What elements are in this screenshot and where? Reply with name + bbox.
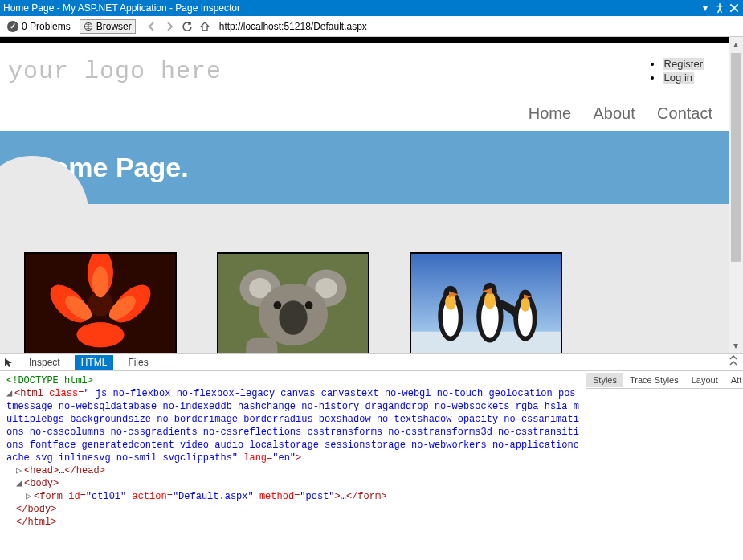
inspector-body: <!DOCTYPE html> ◢<html class=" js no-fle…: [0, 371, 743, 560]
logo-placeholder: your logo here: [8, 58, 729, 85]
expand-icon[interactable]: ▷: [16, 464, 24, 477]
login-link[interactable]: Log in: [663, 72, 694, 84]
home-icon[interactable]: [198, 20, 211, 33]
collapse-icon[interactable]: ◢: [6, 387, 14, 400]
address-bar[interactable]: [216, 19, 740, 34]
svg-point-37: [484, 292, 496, 309]
svg-point-41: [521, 297, 530, 311]
register-link[interactable]: Register: [663, 58, 704, 70]
pin-icon[interactable]: [714, 2, 725, 14]
svg-point-9: [77, 322, 125, 347]
attributes-tab[interactable]: Att: [725, 373, 743, 387]
problems-label: 0 Problems: [22, 21, 71, 32]
scroll-down-icon[interactable]: ▾: [729, 338, 743, 353]
files-tab[interactable]: Files: [121, 355, 154, 370]
refresh-icon[interactable]: [181, 20, 194, 33]
forward-icon[interactable]: [163, 20, 176, 33]
scrollbar-thumb[interactable]: [731, 53, 741, 262]
flower-image: [24, 252, 177, 353]
main-nav: Home About Contact: [8, 104, 729, 123]
collapse-icon[interactable]: ◢: [16, 477, 24, 490]
vertical-scrollbar[interactable]: ▴ ▾: [729, 37, 743, 353]
image-gallery: [0, 204, 729, 353]
side-tabs: Styles Trace Styles Layout Att: [586, 371, 743, 389]
back-icon[interactable]: [145, 20, 158, 33]
svg-rect-27: [246, 338, 277, 353]
styles-tab[interactable]: Styles: [586, 373, 623, 387]
svg-point-26: [305, 301, 313, 309]
dropdown-icon[interactable]: ▾: [700, 2, 711, 14]
nav-icons: [145, 20, 211, 33]
list-item: Log in: [663, 72, 704, 84]
nav-home[interactable]: Home: [529, 104, 571, 123]
svg-point-25: [274, 301, 282, 309]
account-links: Register Log in: [663, 58, 704, 85]
svg-point-14: [92, 267, 108, 298]
inspect-tab[interactable]: Inspect: [22, 355, 67, 370]
nav-about[interactable]: About: [593, 104, 635, 123]
window-titlebar: Home Page - My ASP.NET Application - Pag…: [0, 0, 743, 16]
list-item: Register: [663, 58, 704, 70]
globe-icon: [84, 22, 93, 31]
koala-image: [217, 252, 369, 353]
styles-pane: Styles Trace Styles Layout Att: [586, 371, 743, 560]
banner-title: Home Page.: [32, 152, 729, 183]
page-banner: Home Page.: [0, 131, 729, 204]
nav-contact[interactable]: Contact: [657, 104, 712, 123]
page-viewport: your logo here Register Log in Home Abou…: [0, 37, 729, 353]
svg-point-24: [279, 300, 307, 335]
window-title: Home Page - My ASP.NET Application - Pag…: [3, 2, 696, 14]
layout-tab[interactable]: Layout: [685, 373, 725, 387]
page-top-strip: [0, 37, 729, 43]
inspect-pointer-icon[interactable]: [3, 357, 14, 368]
code-doctype: <!DOCTYPE html>: [6, 375, 93, 386]
penguins-image: [410, 252, 562, 353]
close-icon[interactable]: [729, 2, 740, 14]
expand-icon[interactable]: ▷: [26, 490, 34, 503]
problems-indicator[interactable]: ✓ 0 Problems: [3, 19, 75, 34]
viewport-wrap: your logo here Register Log in Home Abou…: [0, 37, 743, 354]
html-tab[interactable]: HTML: [75, 355, 114, 370]
scroll-up-icon[interactable]: ▴: [729, 37, 743, 51]
inspector-panel: Inspect HTML Files <!DOCTYPE html> ◢<htm…: [0, 354, 743, 560]
browser-button[interactable]: Browser: [80, 19, 136, 34]
toolbar: ✓ 0 Problems Browser: [0, 16, 743, 37]
chevrons-icon[interactable]: [729, 355, 738, 369]
browser-label: Browser: [96, 21, 132, 32]
html-source-pane[interactable]: <!DOCTYPE html> ◢<html class=" js no-fle…: [0, 371, 586, 560]
inspector-tabs: Inspect HTML Files: [0, 354, 743, 371]
check-icon: ✓: [7, 21, 18, 32]
page-header: your logo here Register Log in Home Abou…: [0, 43, 729, 131]
trace-styles-tab[interactable]: Trace Styles: [623, 373, 685, 387]
